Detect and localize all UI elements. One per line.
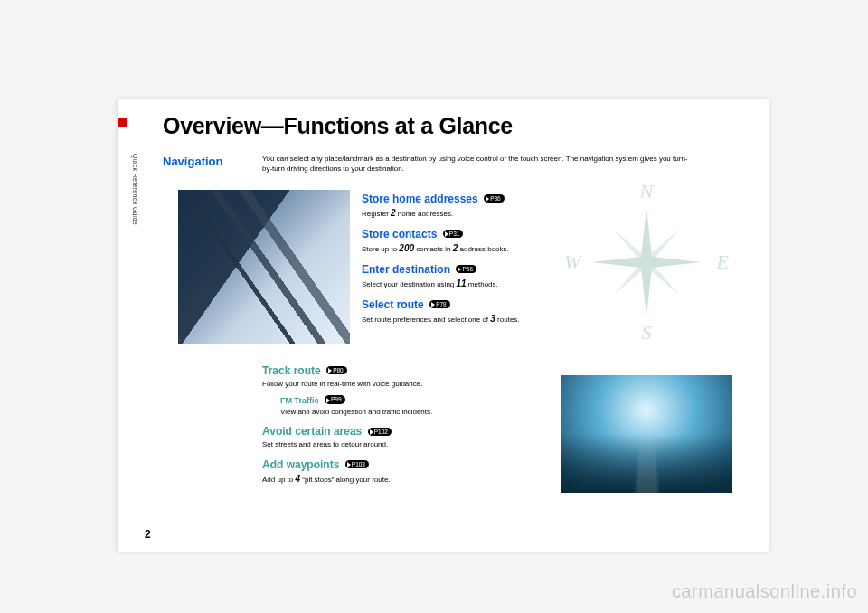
sub-feature-fm-traffic: FM Traffic P99 View and avoid congestion… [271, 391, 579, 417]
text: address books. [458, 245, 508, 253]
feature-desc: Set streets and areas to detour around. [262, 439, 579, 449]
page-ref-pill: P103 [345, 460, 369, 468]
feature-enter-destination: Enter destination P56 Select your destin… [362, 260, 633, 290]
text: methods. [467, 280, 498, 288]
svg-marker-1 [641, 262, 652, 316]
svg-marker-5 [646, 230, 679, 262]
feature-list-bottom: Track route P80 Follow your route in rea… [262, 362, 579, 491]
feature-desc: Add up to 4 “pit stops” along your route… [262, 473, 579, 486]
page-ref-pill: P78 [429, 300, 450, 308]
page-ref-pill: P36 [484, 194, 505, 203]
text: contacts in [414, 245, 453, 253]
text: Store up to [362, 245, 399, 253]
feature-title: Store contacts [362, 228, 437, 240]
svg-marker-0 [641, 208, 652, 262]
text: Set route preferences and select one of [362, 316, 490, 324]
feature-avoid-areas: Avoid certain areas P102 Set streets and… [262, 422, 579, 449]
compass-e: E [717, 250, 729, 274]
page-ref-pill: P102 [368, 428, 392, 436]
feature-title: Store home addresses [362, 193, 478, 205]
manual-page: Quick Reference Guide 2 Overview—Functio… [118, 99, 769, 552]
feature-title: Select route [362, 298, 424, 311]
feature-add-waypoints: Add waypoints P103 Add up to 4 “pit stop… [262, 456, 579, 486]
highway-image [561, 375, 732, 493]
feature-title: Enter destination [362, 263, 450, 276]
emphasis-number: 200 [399, 243, 414, 253]
feature-desc: Follow your route in real-time with voic… [262, 379, 579, 389]
navigation-heading: Navigation [163, 155, 222, 168]
page-ref-pill: P56 [456, 265, 476, 273]
compass-s: S [642, 321, 652, 344]
skyscraper-image [178, 190, 350, 344]
compass-n: N [640, 180, 654, 203]
svg-marker-3 [646, 257, 701, 268]
text: home addresses. [396, 210, 454, 218]
emphasis-number: 11 [457, 278, 467, 288]
feature-store-contacts: Store contacts P31 Store up to 200 conta… [362, 225, 633, 255]
page-number: 2 [145, 528, 151, 541]
page-ref-pill: P31 [443, 230, 464, 238]
feature-select-route: Select route P78 Set route preferences a… [362, 296, 633, 325]
svg-marker-6 [646, 262, 679, 295]
feature-desc: Register 2 home addresses. [362, 207, 633, 220]
feature-list-top: Store home addresses P36 Register 2 home… [362, 190, 633, 331]
text: Add up to [262, 476, 295, 484]
feature-title: Track route [262, 364, 321, 377]
feature-desc: Select your destination using 11 methods… [362, 278, 633, 290]
sidebar-guide-label: Quick Reference Guide [132, 154, 138, 225]
sub-feature-desc: View and avoid congestion and traffic in… [280, 407, 579, 417]
text: Register [362, 210, 391, 218]
page-ref-pill: P99 [325, 395, 345, 403]
feature-track-route: Track route P80 Follow your route in rea… [262, 362, 579, 417]
feature-desc: Store up to 200 contacts in 2 address bo… [362, 242, 633, 255]
text: routes. [495, 316, 520, 324]
page-title: Overview—Functions at a Glance [163, 113, 513, 139]
section-marker [118, 118, 127, 127]
feature-desc: Set route preferences and select one of … [362, 313, 633, 325]
feature-title: Add waypoints [262, 458, 339, 471]
sub-feature-title: FM Traffic [280, 396, 319, 405]
navigation-intro: You can select any place/landmark as a d… [262, 154, 696, 174]
feature-title: Avoid certain areas [262, 425, 362, 438]
text: “pit stops” along your route. [300, 476, 391, 484]
text: Select your destination using [362, 280, 457, 288]
page-ref-pill: P80 [326, 366, 347, 374]
watermark: carmanualsonline.info [672, 581, 857, 602]
feature-store-home: Store home addresses P36 Register 2 home… [362, 190, 633, 220]
